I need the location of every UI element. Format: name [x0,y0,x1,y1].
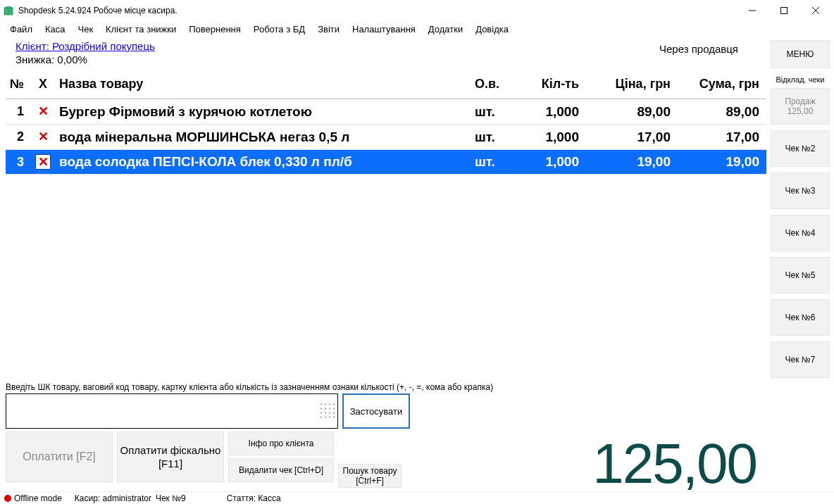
cell-num: 1 [6,99,31,125]
cell-delete[interactable]: ✕ [31,150,55,175]
table-row[interactable]: 1✕Бургер Фірмовий з курячою котлетоюшт.1… [6,99,766,125]
client-info-button[interactable]: Інфо про клієнта [228,431,334,455]
cell-name: вода солодка ПЕПСІ-КОЛА блек 0,330 л пл/… [55,150,471,175]
minimize-button[interactable] [736,0,768,21]
cell-price: 19,00 [583,150,675,175]
delete-icon[interactable]: ✕ [35,130,51,145]
entry-hint: Введіть ШК товару, ваговий код товару, к… [6,382,766,392]
menu-додатки[interactable]: Додатки [423,23,468,36]
cheque-button-5[interactable]: Чек №5 [771,257,830,294]
menubar: ФайлКасаЧекКлієнт та знижкиПоверненняРоб… [0,21,834,37]
cell-delete[interactable]: ✕ [31,125,55,150]
col-qty: Кіл-ть [506,71,583,99]
entry-input-wrap [6,393,338,429]
cheque-button-1[interactable]: Продаж125,00 [771,88,830,125]
header-row: Клієнт: Роздрібний покупець Знижка: 0,00… [6,37,766,67]
offline-text: Offline mode [14,493,62,503]
grip-icon [320,404,335,419]
total-display: 125,00 [406,436,766,492]
cell-qty: 1,000 [506,99,583,125]
client-link[interactable]: Клієнт: Роздрібний покупець [15,40,155,52]
col-num: № [6,71,31,99]
cell-sum: 17,00 [675,125,766,150]
cell-price: 89,00 [583,99,675,125]
cell-name: Бургер Фірмовий з курячою котлетою [55,99,471,125]
window-title: Shopdesk 5.24.924 Робоче місце касира. [18,6,736,15]
cell-delete[interactable]: ✕ [31,99,55,125]
titlebar: Shopdesk 5.24.924 Робоче місце касира. [0,0,834,21]
cell-unit: шт. [471,125,506,150]
cell-qty: 1,000 [506,125,583,150]
maximize-button[interactable] [768,0,799,21]
cell-sum: 19,00 [675,150,766,175]
cell-qty: 1,000 [506,150,583,175]
discount-label: Знижка: 0,00% [15,53,659,65]
pay-fiscal-button[interactable]: Оплатити фіскально [F11] [117,431,224,482]
cheque-button-7[interactable]: Чек №7 [771,341,830,378]
pay-button[interactable]: Оплатити [F2] [6,431,113,482]
items-table: № Х Назва товару О.в. Кіл-ть Ціна, грн С… [6,71,766,381]
col-delete: Х [31,71,55,99]
app-icon [3,5,14,16]
delete-icon[interactable]: ✕ [35,154,51,170]
menu-чек[interactable]: Чек [73,23,99,36]
cell-unit: шт. [471,99,506,125]
menu-каса[interactable]: Каса [39,23,71,36]
cheque-button-4[interactable]: Чек №4 [771,215,830,251]
status-cashier: Касир: administrator [75,493,151,503]
table-row[interactable]: 2✕вода мінеральна МОРШИНСЬКА негаз 0,5 л… [6,125,766,150]
close-button[interactable] [799,0,831,21]
delete-icon[interactable]: ✕ [35,104,51,120]
col-unit: О.в. [471,71,506,99]
menu-повернення[interactable]: Повернення [183,23,247,36]
table-row[interactable]: 3✕вода солодка ПЕПСІ-КОЛА блек 0,330 л п… [6,150,766,175]
cheque-button-6[interactable]: Чек №6 [771,299,830,336]
cell-num: 2 [6,125,31,150]
cell-num: 3 [6,150,31,175]
offline-indicator-icon [4,495,11,502]
col-price: Ціна, грн [583,71,675,99]
menu-довідка[interactable]: Довідка [470,23,514,36]
barcode-input[interactable] [6,394,337,428]
svg-rect-1 [780,8,787,14]
status-cheque: Чек №9 [156,493,186,503]
menu-button[interactable]: МЕНЮ [771,40,830,68]
col-sum: Сума, грн [675,71,766,99]
seller-label: Через продавця [659,40,766,55]
cell-unit: шт. [471,150,506,175]
cheque-button-3[interactable]: Чек №3 [771,172,830,209]
cheque-button-2[interactable]: Чек №2 [771,130,830,167]
menu-файл[interactable]: Файл [4,23,38,36]
cell-sum: 89,00 [675,99,766,125]
menu-звіти[interactable]: Звіти [312,23,345,36]
status-article: Стаття: Касса [227,493,281,503]
col-name: Назва товару [55,71,471,99]
cell-price: 17,00 [583,125,675,150]
menu-клієнт та знижки[interactable]: Клієнт та знижки [100,23,182,36]
menu-робота з бд[interactable]: Робота з БД [248,23,311,36]
search-item-button[interactable]: Пошук товару [Ctrl+F] [338,464,402,488]
pending-cheques-label: Відклад. чеки [771,75,830,84]
delete-cheque-button[interactable]: Видалити чек [Ctrl+D] [228,458,334,482]
apply-button[interactable]: Застосувати [342,393,410,429]
cell-name: вода мінеральна МОРШИНСЬКА негаз 0,5 л [55,125,471,150]
status-offline: Offline mode [4,493,62,503]
statusbar: Offline mode Касир: administrator Чек №9… [0,491,834,504]
menu-налаштування[interactable]: Налаштування [347,23,421,36]
